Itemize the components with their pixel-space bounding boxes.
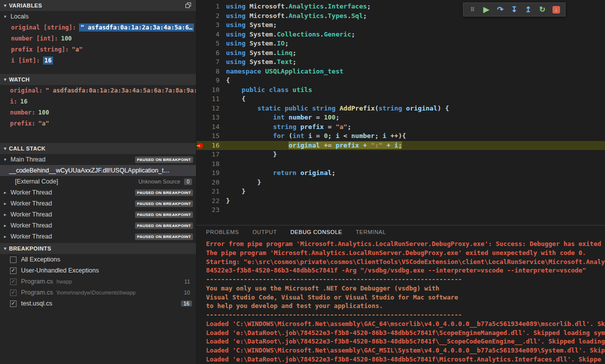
code-line[interactable]: 18 [196,160,605,169]
token: Microsoft [250,12,284,20]
code-line[interactable]: 6using System.Linq; [196,48,605,58]
checkbox-checked-icon[interactable]: ✓ [10,278,16,285]
stack-frame-item[interactable]: __codeBehind__wCyUUaAxxZJF.dll!USQLAppli… [0,165,196,176]
line-number: 12 [206,104,226,114]
breakpoint-item[interactable]: ✓Program.cs\home\nandyw\Documents\hwapp1… [0,287,196,298]
code-line[interactable]: 8namespace USQLApplication_test [196,67,605,76]
token: int [273,114,288,121]
breakpoint-item[interactable]: All Exceptions [0,254,196,265]
thread-item[interactable]: ▸Worker ThreadPAUSED ON BREAKPOINT [0,198,196,209]
copy-icon[interactable] [186,2,192,9]
panel-tab-debug-console[interactable]: DEBUG CONSOLE [290,229,342,235]
watch-item[interactable]: number:100 [0,107,196,118]
watch-list: original:" asdfasdfa:0a:1a:2a:3a:4a:5a:6… [0,85,196,129]
step-out-icon[interactable]: ↥ [522,4,534,16]
code-line[interactable]: 21 } [196,187,605,196]
thread-item[interactable]: ▸Worker ThreadPAUSED ON BREAKPOINT [0,209,196,220]
breakpoint-item[interactable]: ✓Program.cshwapp11 [0,276,196,287]
panel-tab-terminal[interactable]: TERMINAL [356,229,386,235]
checkbox-checked-icon[interactable]: ✓ [10,268,16,274]
token: return [273,169,300,176]
callstack-section-header[interactable]: ▾ CALL STACK [0,143,196,154]
panel-tab-problems[interactable]: PROBLEMS [206,229,239,235]
token: "a" [336,123,347,130]
thread-item[interactable]: ▸Worker ThreadPAUSED ON BREAKPOINT [0,231,196,242]
line-number: 11 [206,94,226,104]
code-text: static public string AddPrefix(string or… [226,104,449,114]
code-line[interactable]: 7using System.Text; [196,58,605,67]
paused-badge: PAUSED ON BREAKPOINT [135,212,193,218]
code-line[interactable]: 19 return original; [196,168,605,178]
grip-icon[interactable]: ⠿ [466,4,478,16]
disconnect-icon[interactable]: ↓ [550,4,562,16]
console-line: to help you develop and test your applic… [206,302,605,310]
paused-badge: PAUSED ON BREAKPOINT [135,156,193,163]
code-line[interactable]: 4using System.Collections.Generic; [196,30,605,40]
variables-section-header[interactable]: ▾ VARIABLES [0,0,196,11]
watch-section-header[interactable]: ▾ WATCH [0,74,196,85]
code-text: for (int i = 0; i < number; i ++){ [226,132,406,141]
code-line[interactable]: 9{ [196,76,605,86]
watch-item[interactable]: i:16 [0,96,196,107]
code-line[interactable]: 23 [196,206,605,215]
debug-console-output[interactable]: Error from pipe program 'Microsoft.Analy… [196,238,605,364]
console-line: ----------------------------------------… [206,310,605,320]
thread-item[interactable]: ▾Main ThreadPAUSED ON BREAKPOINT [0,154,196,165]
token: System [250,21,273,28]
code-line[interactable]: 3using System; [196,20,605,30]
watch-item[interactable]: original:" asdfasdfa:0a:1a:2a:3a:4a:5a:6… [0,85,196,96]
watch-value: 16 [20,98,27,105]
code-line[interactable]: 10 public class utils [196,86,605,95]
token: . [273,30,277,38]
chevron-collapsed-icon: ▸ [4,201,10,206]
continue-icon[interactable]: ▶ [480,4,492,16]
callstack-title: CALL STACK [9,146,46,152]
code-line[interactable]: 17 } [196,150,605,160]
paused-badge: PAUSED ON BREAKPOINT [135,200,193,207]
code-line[interactable]: 14 string prefix = "a"; [196,122,605,132]
code-line[interactable]: 12 static public string AddPrefix(string… [196,104,605,114]
code-line[interactable]: 15 for (int i = 0; i < number; i ++){ [196,132,605,141]
token: AddPrefix [340,104,374,112]
variable-item[interactable]: i [int]:16 [0,55,196,66]
token: Types [328,12,348,20]
restart-icon[interactable]: ↻ [536,4,548,16]
step-into-icon[interactable]: ↧ [508,4,520,16]
checkbox-checked-icon[interactable]: ✓ [10,300,16,307]
code-line[interactable]: 20 } [196,178,605,188]
thread-item[interactable]: ▸Worker ThreadPAUSED ON BREAKPOINT [0,187,196,198]
watch-item[interactable]: prefix:"a" [0,118,196,129]
variable-item[interactable]: original [string]:" asfasdfa:0a:1a:2a:3a… [0,22,196,33]
line-number: 6 [206,48,226,58]
code-editor[interactable]: 1using Microsoft.Analytics.Interfaces;2u… [196,0,605,225]
code-line[interactable]: 11 { [196,94,605,104]
token: = [312,132,324,140]
thread-item[interactable]: ▸Worker ThreadPAUSED ON BREAKPOINT [0,220,196,231]
token: using [226,40,250,47]
code-text: int number = 100; [226,113,340,122]
code-line[interactable]: 13 int number = 100; [196,113,605,122]
gutter-space [196,196,206,206]
locals-item[interactable]: ▾Locals [0,11,196,22]
breakpoint-item[interactable]: ✓test.usql.cs16 [0,298,196,309]
code-line[interactable]: 22} [196,196,605,206]
checkbox-unchecked-icon[interactable] [10,256,16,263]
token: { [226,95,246,102]
variable-item[interactable]: number [int]:100 [0,33,196,44]
token: using [226,49,250,56]
stack-label: Worker Thread [10,233,52,240]
step-over-icon[interactable]: ↷ [494,4,506,16]
breakpoint-item[interactable]: ✓User-Unhandled Exceptions [0,265,196,276]
code-line[interactable]: →16 original += prefix + ":" + i; [196,141,605,150]
token [226,169,273,176]
breakpoints-section-header[interactable]: ▾ BREAKPOINTS [0,243,196,254]
stack-frame-item[interactable]: [External Code]Unknown Source0 [0,176,196,187]
variable-item[interactable]: prefix [string]:"a" [0,44,196,55]
code-line[interactable]: 5using System.IO; [196,39,605,48]
checkbox-checked-icon[interactable]: ✓ [10,290,16,296]
panel-tab-output[interactable]: OUTPUT [252,229,277,235]
token: ++){ [386,132,406,140]
breakpoint-gutter[interactable]: → [196,141,206,150]
gutter-space [196,132,206,141]
token: using [226,2,250,10]
